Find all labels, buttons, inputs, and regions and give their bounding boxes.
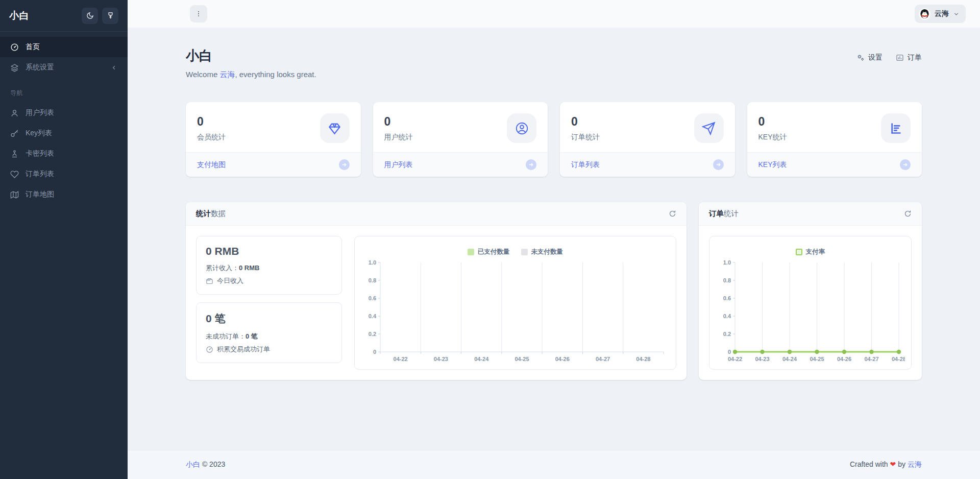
sidebar: 小白 首页 系统设置 导航 用户列表 Key列表 卡密列表	[0, 0, 128, 479]
stat-footer-link[interactable]: 支付地图	[197, 160, 226, 170]
gem-icon	[320, 113, 350, 143]
svg-text:1.0: 1.0	[369, 259, 376, 266]
heart-icon: ❤	[890, 460, 896, 468]
footer-app-link[interactable]: 小白	[186, 460, 200, 468]
svg-text:1.0: 1.0	[723, 259, 731, 266]
panel-title: 订单统计	[709, 209, 739, 219]
revenue-line: 累计收入：0 RMB	[206, 264, 332, 273]
menu-kebab-button[interactable]	[190, 5, 207, 22]
map-icon	[10, 190, 19, 199]
stat-footer-link[interactable]: 订单列表	[571, 160, 600, 170]
svg-text:0.4: 0.4	[369, 313, 377, 319]
avatar	[919, 8, 930, 20]
chart-plot: 00.20.40.60.81.004-2204-2304-2404-2504-2…	[361, 256, 670, 368]
user-menu[interactable]: 云海	[915, 5, 966, 23]
orders-box: 0 笔 未成功订单：0 笔 积累交易成功订单	[196, 302, 342, 363]
sidebar-item-user-list[interactable]: 用户列表	[0, 103, 128, 123]
stat-card-members: 0 会员统计 支付地图	[186, 102, 361, 177]
stat-label: 用户统计	[384, 133, 413, 142]
svg-text:04-22: 04-22	[728, 356, 742, 362]
sidebar-item-order-list[interactable]: 订单列表	[0, 164, 128, 184]
refresh-icon[interactable]	[669, 210, 676, 218]
stat-card-users: 0 用户统计 用户列表	[373, 102, 548, 177]
heart-icon	[10, 170, 19, 179]
svg-text:04-23: 04-23	[434, 356, 448, 362]
refresh-icon[interactable]	[904, 210, 912, 218]
stat-footer-link[interactable]: 用户列表	[384, 160, 413, 170]
arrow-right-icon[interactable]	[900, 159, 911, 170]
topbar: 云海	[128, 0, 980, 28]
pay-rate-chart: 支付率 00.20.40.60.81.004-2204-2304-2404-25…	[709, 236, 912, 370]
arrow-right-icon[interactable]	[339, 159, 350, 170]
stat-value: 0	[571, 115, 600, 129]
stat-value: 0	[384, 115, 413, 129]
stat-label: 会员统计	[197, 133, 226, 142]
footer-author-link[interactable]: 云海	[908, 460, 922, 468]
svg-text:0.6: 0.6	[723, 295, 731, 301]
svg-text:0.2: 0.2	[723, 331, 731, 337]
footer: 小白 © 2023 Crafted with❤by 云海	[128, 450, 980, 479]
svg-text:04-26: 04-26	[837, 356, 851, 362]
content-area: 小白 Welcome 云海, everything looks great. 设…	[128, 28, 980, 450]
welcome-user-link[interactable]: 云海	[219, 70, 235, 79]
paper-plane-icon	[694, 113, 724, 143]
sidebar-item-label: 订单列表	[26, 170, 54, 179]
gears-icon	[856, 54, 865, 62]
sidebar-item-order-map[interactable]: 订单地图	[0, 184, 128, 205]
stats-panel: 统计数据 0 RMB 累计收入：0 RMB 今日收入	[186, 202, 687, 380]
sidebar-item-home[interactable]: 首页	[0, 37, 128, 57]
user-name: 云海	[935, 9, 949, 18]
sidebar-item-card-list[interactable]: 卡密列表	[0, 143, 128, 164]
sidebar-item-label: 系统设置	[26, 63, 54, 72]
sidebar-nav: 首页 系统设置 导航 用户列表 Key列表 卡密列表 订单列表 订单地图	[0, 32, 128, 205]
sidebar-item-label: Key列表	[26, 129, 52, 138]
orders-caption: 积累交易成功订单	[206, 345, 332, 354]
orders-panel: 订单统计 支付率 00.20.40.60.81.004-2204-2304-24…	[699, 202, 922, 380]
svg-text:04-27: 04-27	[596, 356, 610, 362]
stamp-icon	[10, 150, 19, 158]
chart-box-icon	[896, 54, 904, 62]
svg-text:04-24: 04-24	[782, 356, 797, 362]
stat-value: 0	[758, 115, 787, 129]
sidebar-header: 小白	[0, 0, 128, 32]
svg-text:0.4: 0.4	[723, 313, 731, 319]
orders-line: 未成功订单：0 笔	[206, 332, 332, 341]
arrow-right-icon[interactable]	[526, 159, 536, 170]
brush-icon	[107, 12, 114, 19]
footer-credit: Crafted with❤by 云海	[850, 460, 922, 469]
stat-card-orders: 0 订单统计 订单列表	[560, 102, 735, 177]
theme-button[interactable]	[102, 8, 118, 24]
welcome-text: Welcome 云海, everything looks great.	[186, 70, 316, 80]
svg-text:04-24: 04-24	[474, 356, 489, 362]
svg-text:04-25: 04-25	[514, 356, 529, 362]
stat-footer-link[interactable]: KEY列表	[758, 160, 787, 170]
chevron-left-icon	[111, 64, 117, 71]
stat-cards-row: 0 会员统计 支付地图 0 用户统计	[186, 102, 922, 177]
arrow-right-icon[interactable]	[713, 159, 724, 170]
chart-legend: 支付率	[716, 248, 905, 256]
gauge-icon	[10, 43, 19, 52]
wallet-icon	[206, 277, 213, 285]
chevron-down-icon	[953, 11, 960, 17]
stat-card-keys: 0 KEY统计 KEY列表	[747, 102, 922, 177]
sidebar-item-key-list[interactable]: Key列表	[0, 123, 128, 143]
orders-button[interactable]: 订单	[896, 53, 922, 62]
bar-chart-icon	[881, 113, 911, 143]
svg-text:0.8: 0.8	[369, 277, 376, 283]
layers-icon	[10, 63, 19, 72]
svg-text:04-23: 04-23	[755, 356, 769, 362]
sidebar-item-label: 用户列表	[26, 108, 54, 117]
settings-button[interactable]: 设置	[856, 53, 883, 62]
svg-text:0.6: 0.6	[369, 295, 376, 301]
gauge-icon	[206, 346, 213, 353]
sidebar-item-system-settings[interactable]: 系统设置	[0, 57, 128, 78]
payments-chart: 已支付数量未支付数量 00.20.40.60.81.004-2204-2304-…	[354, 236, 676, 370]
stat-label: KEY统计	[758, 133, 787, 142]
page-title: 小白	[186, 47, 316, 65]
dark-mode-toggle-button[interactable]	[82, 8, 98, 24]
sidebar-item-label: 订单地图	[26, 190, 54, 199]
svg-text:04-28: 04-28	[892, 356, 905, 362]
svg-text:04-22: 04-22	[394, 356, 408, 362]
user-icon	[10, 109, 19, 117]
key-icon	[10, 129, 19, 138]
